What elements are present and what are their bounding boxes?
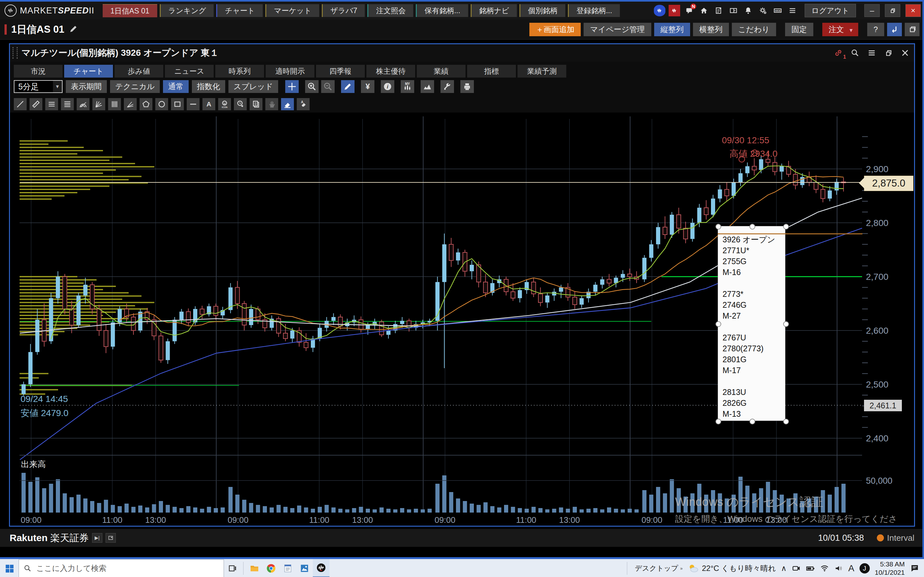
top-tab-7[interactable]: 銘柄ナビ	[471, 4, 517, 17]
vlines-tool-button[interactable]	[108, 98, 121, 110]
toolbar-button-表示期間[interactable]: 表示期間	[66, 80, 107, 93]
minimize-button[interactable]: –	[864, 4, 880, 17]
toolbar-button-指数化[interactable]: 指数化	[192, 80, 225, 93]
meet-now-icon[interactable]	[792, 564, 801, 573]
selection-handle[interactable]	[716, 321, 721, 327]
quick-button-4[interactable]: 横整列	[693, 23, 729, 36]
restore-button[interactable]	[883, 47, 894, 59]
info-button[interactable]: i	[381, 80, 394, 93]
chart-note-annotation[interactable]: 3926 オープン2771U*2755GM-162773*2746GM-2727…	[718, 226, 785, 421]
top-tab-6[interactable]: 保有銘柄...	[416, 4, 468, 17]
tray-expand-chevron[interactable]: ∧	[781, 564, 787, 573]
quick-button-1[interactable]: ＋画面追加	[529, 23, 581, 36]
top-tab-8[interactable]: 個別銘柄	[519, 4, 565, 17]
top-tab-1[interactable]: ランキング	[160, 4, 214, 17]
copy-tool-button[interactable]	[250, 98, 262, 110]
timeframe-select[interactable]: 5分足 ▼	[14, 80, 63, 93]
pentagon-tool-button[interactable]	[140, 98, 152, 110]
close-button[interactable]	[899, 47, 911, 59]
top-tab-3[interactable]: マーケット	[265, 4, 319, 17]
desktop-toolbar[interactable]: デスクトップ »	[635, 564, 683, 573]
fan-tool-button[interactable]	[92, 98, 105, 110]
search-input[interactable]: ここに入力して検索	[19, 559, 224, 577]
eraser-a-tool-button[interactable]: A	[297, 98, 310, 110]
quick-button-2[interactable]: マイページ管理	[583, 23, 651, 36]
selection-handle[interactable]	[716, 224, 721, 229]
tab-時系列[interactable]: 時系列	[215, 65, 264, 77]
selection-handle[interactable]	[783, 419, 789, 424]
zoom-out-button[interactable]	[321, 80, 334, 93]
weather-widget[interactable]: 22°C くもり時々晴れ	[688, 563, 776, 574]
menu-button[interactable]	[787, 5, 798, 16]
hlines4-tool-button[interactable]	[61, 98, 74, 110]
yen-button[interactable]: ¥	[361, 80, 375, 93]
restore-button[interactable]	[885, 4, 900, 17]
return-arrow-button[interactable]	[887, 23, 902, 36]
top-tab-5[interactable]: 注文照会	[367, 4, 413, 17]
icon-stamp-tool-button[interactable]: ICON	[218, 98, 231, 110]
gear-button[interactable]	[757, 5, 769, 16]
area-button[interactable]	[421, 80, 434, 93]
pencil-button[interactable]	[341, 80, 355, 93]
eraser-tool-button[interactable]	[281, 98, 294, 110]
arcs-tool-button[interactable]	[77, 98, 89, 110]
selection-handle[interactable]	[783, 224, 789, 229]
selection-handle[interactable]	[750, 224, 755, 229]
printer-button[interactable]	[460, 80, 474, 93]
my-candles-button[interactable]: MY	[401, 80, 414, 93]
top-tab-4[interactable]: ザラバ7	[322, 4, 365, 17]
pulse-blue-button[interactable]	[654, 5, 666, 16]
bell-button[interactable]	[742, 5, 754, 16]
file-explorer-icon[interactable]	[246, 559, 263, 577]
web-button[interactable]: WEB	[772, 5, 783, 16]
tab-ニュース[interactable]: ニュース	[165, 65, 214, 77]
action-center-icon[interactable]	[910, 564, 919, 573]
doc-add-button[interactable]	[713, 5, 724, 16]
edit-pencil-icon[interactable]	[69, 24, 78, 35]
menu-button[interactable]	[866, 47, 877, 59]
text-tool-button[interactable]: A	[202, 98, 215, 110]
circle-tool-button[interactable]	[155, 98, 168, 110]
tab-指標[interactable]: 指標	[467, 65, 516, 77]
marketspeed-app-icon[interactable]	[313, 559, 330, 577]
wifi-icon[interactable]	[820, 564, 829, 573]
toolbar-button-通常[interactable]: 通常	[163, 80, 189, 93]
expand-button[interactable]: ▶|	[92, 533, 102, 543]
home-button[interactable]	[698, 5, 710, 16]
tab-業績[interactable]: 業績	[417, 65, 465, 77]
quick-button-8[interactable]: ?	[867, 23, 884, 36]
quick-button-3[interactable]: 縦整列	[654, 23, 690, 36]
tab-チャート[interactable]: チャート	[64, 65, 113, 77]
selection-handle[interactable]	[783, 321, 789, 327]
toolbar-button-テクニカル[interactable]: テクニカル	[110, 80, 160, 93]
quick-button-7[interactable]: 注文▼	[822, 23, 858, 36]
window-copy-button[interactable]	[905, 23, 919, 36]
search-button[interactable]	[849, 47, 861, 59]
wrench-button[interactable]	[441, 80, 454, 93]
hline-tool-button[interactable]	[187, 98, 200, 110]
speaker-icon[interactable]	[834, 564, 843, 573]
panel-button[interactable]	[105, 533, 116, 543]
tab-市況[interactable]: 市況	[14, 65, 63, 77]
selection-handle[interactable]	[716, 419, 721, 424]
battery-icon[interactable]	[806, 564, 815, 573]
tab-適時開示[interactable]: 適時開示	[266, 65, 314, 77]
taskbar-clock[interactable]: 5:38 AM 10/1/2021	[875, 560, 905, 577]
link-button[interactable]: 1	[833, 47, 844, 59]
logout-button[interactable]: ログアウト	[804, 4, 856, 17]
ime-lang-icon[interactable]: J	[859, 563, 870, 574]
quick-button-5[interactable]: こだわり	[732, 23, 776, 36]
rect-tool-button[interactable]	[171, 98, 184, 110]
task-view-button[interactable]	[224, 559, 241, 577]
chrome-icon[interactable]	[263, 559, 279, 577]
multitool-titlebar[interactable]: マルチツール(個別銘柄) 3926 オープンドア 東１ 1	[10, 44, 914, 61]
zoom-in-button[interactable]	[305, 80, 318, 93]
fan2-tool-button[interactable]	[124, 98, 137, 110]
hlines3-tool-button[interactable]	[45, 98, 58, 110]
trend-line-tool-button[interactable]	[14, 98, 27, 110]
clock-tool-button[interactable]	[234, 98, 247, 110]
panel-button[interactable]	[728, 5, 739, 16]
ruler-tool-button[interactable]	[29, 98, 42, 110]
tab-歩み値[interactable]: 歩み値	[115, 65, 163, 77]
drag-grip[interactable]	[13, 47, 18, 59]
